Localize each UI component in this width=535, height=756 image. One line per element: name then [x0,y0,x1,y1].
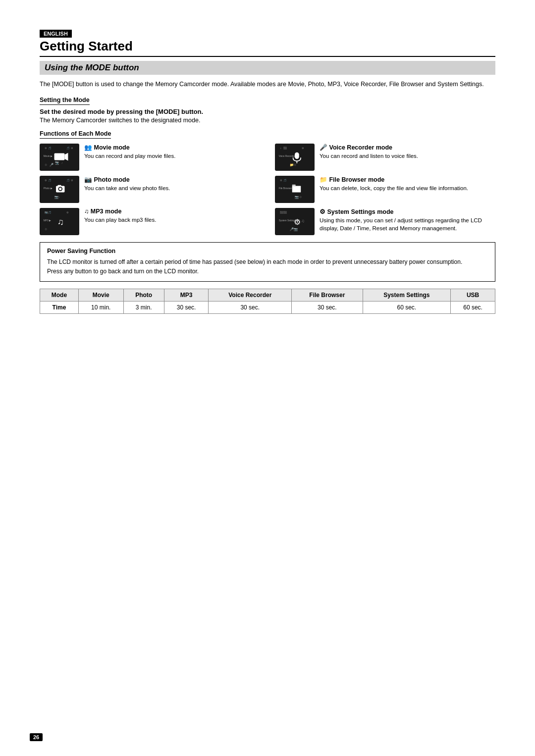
svg-rect-38 [292,185,296,186]
svg-text:♪: ♪ [61,161,62,164]
svg-text:🎵: 🎵 [48,179,52,182]
mode-icon-voice: ♪ ⬛ ⚙ Voice Recorder ▶ 📁 ⚙ [275,144,315,171]
section-subtitle: Using the MODE button [40,61,495,75]
svg-text:🎵: 🎵 [283,179,287,182]
svg-text:📷: 📷 [45,211,48,214]
table-cell-system-time: 60 sec. [363,302,451,314]
svg-rect-17 [295,152,299,159]
mode-name-system: ⚙ System Settings mode [320,208,495,215]
language-badge: ENGLISH [40,30,72,38]
mode-item-filebrowser: ⚙ 🎵 File Browser ▶ 📷 ⚙ 📁 File Browser mo… [275,176,495,203]
svg-text:♫: ♫ [301,218,305,223]
svg-rect-37 [292,186,301,193]
modes-grid: ⚙ 🎵 🎵 ⚙ Movie ▶ 📷 ♪ ⚙ 🎤 [40,144,495,235]
mode-desc-filebrowser: 📁 File Browser mode You can delete, lock… [320,176,468,192]
svg-rect-6 [54,153,65,160]
mode-text-voice: You can record and listen to voice files… [320,152,418,160]
svg-rect-30 [58,185,61,187]
table-cell-voice-time: 30 sec. [209,302,292,314]
mode-item-photo: ⚙ 🎵 🎵 ⚙ Photo ▶ 📷 ♪ 📷 Photo mode [40,176,260,203]
table-cell-time-label: Time [40,302,79,314]
svg-text:♪: ♪ [58,195,60,199]
svg-text:🎤: 🎤 [290,227,294,231]
instruction-normal: The Memory Camcorder switches to the des… [40,117,495,124]
svg-text:🎵: 🎵 [48,147,52,150]
svg-text:📷: 📷 [295,195,299,199]
table-header-movie: Movie [78,289,123,302]
mode-name-voice: 🎤 Voice Recorder mode [320,144,418,151]
svg-text:♫: ♫ [57,217,64,227]
instruction-bold: Set the desired mode by pressing the [MO… [40,108,495,115]
table-cell-usb-time: 60 sec. [451,302,495,314]
table-cell-photo-time: 3 min. [123,302,164,314]
mode-icon-movie: ⚙ 🎵 🎵 ⚙ Movie ▶ 📷 ♪ ⚙ 🎤 [40,144,79,171]
power-saving-text2: Press any button to go back and turn on … [47,267,488,276]
mode-icon-system: ⬛ ⬛ System Settings ▶ ⚙ ♫ 🎤 📷 [275,208,315,235]
power-saving-text1: The LCD monitor is turned off after a ce… [47,257,488,267]
svg-text:🎵: 🎵 [66,179,70,182]
svg-text:⚙: ⚙ [45,227,47,231]
table-header-filebrowser: File Browser [292,289,363,302]
svg-text:⚙: ⚙ [45,163,47,166]
svg-text:📷: 📷 [294,227,298,231]
table-header-usb: USB [451,289,495,302]
table-header-system: System Settings [363,289,451,302]
svg-text:MP3 ▶: MP3 ▶ [44,220,51,222]
svg-text:⚙: ⚙ [294,163,296,166]
mode-name-mp3: ♫ MP3 mode [84,208,156,215]
mode-desc-voice: 🎤 Voice Recorder mode You can record and… [320,144,418,160]
mode-desc-photo: 📷 Photo mode You can take and view photo… [84,176,170,192]
mode-icon-photo: ⚙ 🎵 🎵 ⚙ Photo ▶ 📷 ♪ [40,176,79,203]
mode-name-movie: 👥 Movie mode [84,144,175,151]
svg-text:🎵: 🎵 [66,147,70,150]
svg-text:🎵: 🎵 [48,211,52,214]
power-saving-box: Power Saving Function The LCD monitor is… [40,242,495,282]
functions-title: Functions of Each Mode [40,130,111,139]
svg-text:⬛: ⬛ [283,211,287,214]
svg-point-29 [59,188,61,190]
svg-text:⬛: ⬛ [280,211,283,214]
svg-text:🎤: 🎤 [50,163,54,167]
intro-text: The [MODE] button is used to change the … [40,80,495,89]
svg-text:⚙: ⚙ [294,218,301,226]
power-saving-table: Mode Movie Photo MP3 Voice Recorder File… [40,289,495,314]
mode-item-movie: ⚙ 🎵 🎵 ⚙ Movie ▶ 📷 ♪ ⚙ 🎤 [40,144,260,171]
mode-desc-movie: 👥 Movie mode You can record and play mov… [84,144,175,160]
mode-desc-mp3: ♫ MP3 mode You can play back mp3 files. [84,208,156,224]
svg-text:Photo ▶: Photo ▶ [44,188,53,190]
mode-item-voice: ♪ ⬛ ⚙ Voice Recorder ▶ 📁 ⚙ 🎤 Voice Recor… [275,144,495,171]
mode-icon-filebrowser: ⚙ 🎵 File Browser ▶ 📷 ⚙ [275,176,315,203]
mode-text-movie: You can record and play movie files. [84,152,175,160]
svg-text:📷: 📷 [55,160,59,165]
page-title: Getting Started [40,39,495,57]
setting-mode-title: Setting the Mode [40,97,90,105]
svg-text:⬛: ⬛ [283,147,287,150]
mode-item-system: ⬛ ⬛ System Settings ▶ ⚙ ♫ 🎤 📷 ⚙ System S… [275,208,495,235]
mode-name-filebrowser: 📁 File Browser mode [320,176,468,183]
mode-desc-system: ⚙ System Settings mode Using this mode, … [320,208,495,232]
table-header-voice: Voice Recorder [209,289,292,302]
svg-text:📷: 📷 [54,195,58,199]
mode-text-filebrowser: You can delete, lock, copy the file and … [320,184,468,192]
svg-text:Movie ▶: Movie ▶ [44,155,53,158]
power-saving-title: Power Saving Function [47,248,488,254]
mode-text-mp3: You can play back mp3 files. [84,216,156,224]
mode-text-photo: You can take and view photo files. [84,184,170,192]
table-cell-movie-time: 10 min. [78,302,123,314]
table-row-time: Time 10 min. 3 min. 30 sec. 30 sec. 30 s… [40,302,495,314]
mode-text-system: Using this mode, you can set / adjust se… [320,216,495,232]
mode-icon-mp3: 📷 🎵 ⚙ MP3 ▶ ♫ ⚙ [40,208,79,235]
table-header-mode: Mode [40,289,79,302]
svg-text:⚙: ⚙ [299,195,302,199]
table-header-mp3: MP3 [164,289,209,302]
mode-item-mp3: 📷 🎵 ⚙ MP3 ▶ ♫ ⚙ ♫ MP3 mode You can play … [40,208,260,235]
svg-text:📁: 📁 [290,163,294,167]
svg-text:♪: ♪ [280,147,281,150]
table-cell-mp3-time: 30 sec. [164,302,209,314]
mode-name-photo: 📷 Photo mode [84,176,170,183]
table-cell-filebrowser-time: 30 sec. [292,302,363,314]
page: ENGLISH Getting Started Using the MODE b… [0,0,535,756]
page-number: 26 [30,733,43,741]
table-header-photo: Photo [123,289,164,302]
